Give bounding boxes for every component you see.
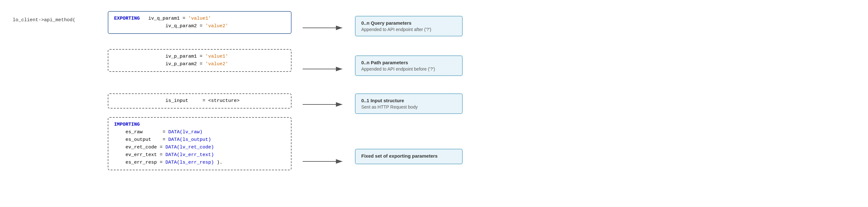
exporting-keyword: EXPORTING [114, 16, 140, 21]
path-params-box: iv_p_param1 = 'value1' iv_p_param2 = 'va… [108, 49, 291, 72]
ev-ret-code-val: DATA(lv_ret_code) [165, 145, 214, 150]
path-param1-line: iv_p_param1 = 'value1' [114, 53, 285, 61]
importing-keyword: IMPORTING [114, 122, 140, 127]
input-struct-indent: is_input = <structure> [114, 98, 240, 104]
path-param2-val: 'value2' [205, 61, 228, 67]
input-struct-line: is_input = <structure> [114, 97, 285, 105]
es-err-resp-val: DATA(ls_err_resp) [165, 160, 214, 165]
path-param2-line: iv_p_param2 = 'value2' [114, 61, 285, 68]
diagram-container: lo_client->api_method( EXPORTING iv_q_pa… [0, 0, 868, 207]
query-param2-line: iv_q_param2 = 'value2' [114, 23, 285, 30]
exporting-info-box: Fixed set of exporting parameters [355, 149, 463, 164]
input-struct-box: is_input = <structure> [108, 93, 291, 109]
path-param1-indent: iv_p_param1 = [114, 54, 205, 59]
code-prefix: lo_client->api_method( [13, 18, 75, 23]
query-param2-val: 'value2' [205, 24, 228, 29]
exporting-info-title: Fixed set of exporting parameters [361, 153, 456, 159]
input-info-box: 0..1 Input structure Sent as HTTP Reques… [355, 93, 463, 114]
es-output-line: es_output = DATA(ls_output) [114, 136, 285, 144]
input-info-subtitle: Sent as HTTP Request body [361, 104, 456, 109]
importing-box: IMPORTING es_raw = DATA(lv_raw) es_outpu… [108, 117, 291, 170]
path-info-subtitle: Appended to API endpoint before ('?') [361, 66, 456, 72]
es-err-resp-line: es_err_resp = DATA(ls_err_resp) ). [114, 159, 285, 167]
query-info-subtitle: Appended to API endpoint after ('?') [361, 27, 456, 32]
query-param2-indent: iv_q_param2 = [114, 24, 205, 29]
ev-ret-code-line: ev_ret_code = DATA(lv_ret_code) [114, 144, 285, 151]
ev-err-text-val: DATA(lv_err_text) [165, 152, 214, 158]
es-raw-val: DATA(lv_raw) [168, 130, 203, 135]
input-info-title: 0..1 Input structure [361, 98, 456, 103]
prefix-text: lo_client->api_method( [13, 18, 75, 23]
path-param1-val: 'value1' [205, 54, 228, 59]
es-output-val: DATA(ls_output) [168, 137, 211, 142]
query-param1-code: iv_q_param1 = [143, 16, 188, 21]
query-params-box: EXPORTING iv_q_param1 = 'value1' iv_q_pa… [108, 11, 291, 34]
query-param1-val: 'value1' [188, 16, 211, 21]
es-raw-line: es_raw = DATA(lv_raw) [114, 129, 285, 136]
query-info-box: 0..n Query parameters Appended to API en… [355, 16, 463, 36]
ev-err-text-line: ev_err_text = DATA(lv_err_text) [114, 151, 285, 159]
importing-keyword-line: IMPORTING [114, 121, 285, 129]
path-param2-indent: iv_p_param2 = [114, 61, 205, 67]
query-info-title: 0..n Query parameters [361, 20, 456, 26]
path-info-title: 0..n Path parameters [361, 60, 456, 65]
path-info-box: 0..n Path parameters Appended to API end… [355, 56, 463, 76]
query-keyword-line: EXPORTING iv_q_param1 = 'value1' [114, 15, 285, 23]
